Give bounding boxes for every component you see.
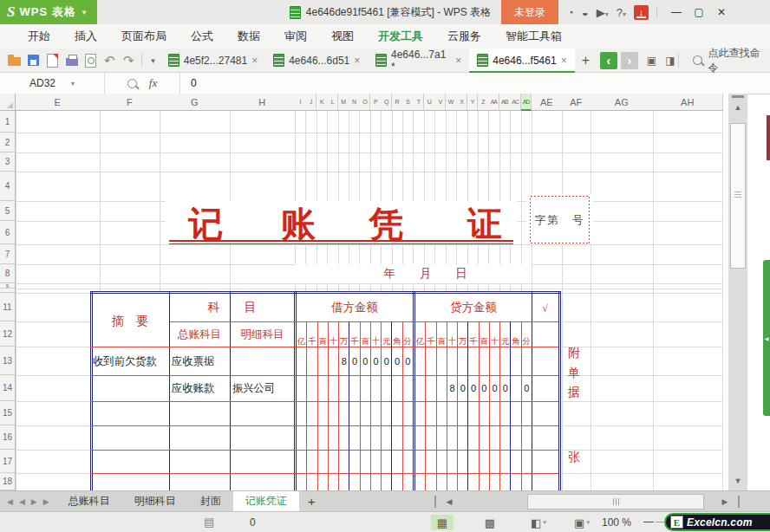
download-promo-icon[interactable]: ↓ — [634, 5, 649, 20]
column-header-G[interactable]: G — [160, 94, 231, 111]
column-header-P[interactable]: P — [370, 94, 382, 111]
menu-item-2[interactable]: 页面布局 — [109, 24, 179, 49]
split-view-button[interactable]: ◧▾ — [527, 515, 550, 530]
doc-tab-3[interactable]: 4e646...f5461× — [469, 49, 574, 73]
column-header-AA[interactable]: AA — [488, 94, 499, 111]
maximize-button[interactable]: ▢ — [688, 6, 710, 18]
column-header-AC[interactable]: AC — [510, 94, 521, 111]
sheet-tab-封面[interactable]: 封面 — [188, 491, 233, 511]
doc-tab-close-icon[interactable]: × — [354, 55, 360, 67]
row-header-11[interactable]: 11 — [0, 293, 16, 321]
column-header-H[interactable]: H — [230, 94, 296, 111]
open-button[interactable] — [5, 51, 24, 70]
close-button[interactable]: ✕ — [710, 6, 733, 18]
column-header-O[interactable]: O — [359, 94, 370, 111]
column-header-V[interactable]: V — [434, 94, 446, 111]
column-header-K[interactable]: K — [316, 94, 328, 111]
row-header-15[interactable]: 15 — [0, 401, 16, 425]
name-box[interactable]: AD32 ▾ — [0, 73, 104, 94]
column-header-AB[interactable]: AB — [499, 94, 511, 111]
row-header-16[interactable]: 16 — [0, 425, 16, 450]
print-preview-button[interactable] — [82, 51, 101, 70]
print-button[interactable] — [62, 51, 82, 70]
vertical-split-handle[interactable] — [732, 95, 744, 98]
scroll-up-button[interactable]: ▲ — [728, 100, 747, 115]
first-sheet-button[interactable]: ◀ — [7, 497, 13, 506]
column-header-Z[interactable]: Z — [478, 94, 489, 111]
doc-tab-2[interactable]: 4e646...7a1 *× — [368, 49, 469, 73]
export-pdf-button[interactable] — [43, 51, 62, 70]
scroll-left-button[interactable]: ◀ — [442, 491, 456, 512]
command-search[interactable]: 点此查找命令 — [693, 46, 770, 75]
row-header-18[interactable]: 18 — [0, 473, 16, 490]
column-header-T[interactable]: T — [413, 94, 424, 111]
normal-view-button[interactable]: ▦ — [431, 515, 454, 530]
toolbar-more-caret-icon[interactable]: ▾ — [151, 56, 155, 65]
new-document-tab-button[interactable]: + — [575, 53, 597, 68]
row-header-2[interactable]: 2 — [0, 133, 16, 152]
menu-item-8[interactable]: 云服务 — [435, 24, 493, 49]
menu-item-7[interactable]: 开发工具 — [366, 24, 435, 49]
menu-item-1[interactable]: 插入 — [62, 24, 109, 49]
row-header-6[interactable]: 6 — [0, 221, 16, 244]
horizontal-split-handle-2[interactable] — [737, 491, 740, 512]
collapsed-side-tab[interactable] — [767, 115, 770, 160]
menu-item-9[interactable]: 智能工具箱 — [493, 24, 574, 49]
doc-tab-1[interactable]: 4e646...6d51× — [265, 49, 368, 73]
tab-scroll-next-button[interactable]: › — [621, 52, 638, 69]
horizontal-scrollbar-thumb[interactable] — [527, 494, 704, 509]
column-header-N[interactable]: N — [349, 94, 360, 111]
column-header-E[interactable]: E — [16, 94, 101, 111]
column-header-F[interactable]: F — [100, 94, 160, 111]
logo-caret-icon[interactable]: ▾ — [82, 8, 87, 16]
menu-item-6[interactable]: 视图 — [319, 24, 366, 49]
insert-function-search-icon[interactable] — [127, 79, 137, 88]
row-header-3[interactable]: 3 — [0, 152, 16, 172]
last-sheet-button[interactable]: ▶ — [43, 497, 49, 506]
page-break-view-button[interactable]: ▩ — [479, 515, 501, 530]
row-header-7[interactable]: 7 — [0, 244, 16, 264]
task-pane-toggle[interactable]: ◀ — [763, 260, 770, 416]
export-share-icon[interactable]: ◨ — [665, 55, 675, 67]
help-icon[interactable]: ?▾ — [617, 6, 626, 19]
next-sheet-button[interactable]: ▶ — [31, 497, 37, 506]
name-box-caret-icon[interactable]: ▾ — [71, 80, 75, 88]
add-sheet-button[interactable]: + — [299, 491, 324, 511]
doc-tab-0[interactable]: 4e5f2...27481× — [160, 49, 265, 73]
minimize-button[interactable]: — — [665, 6, 688, 18]
prev-sheet-button[interactable]: ◀ — [19, 497, 25, 506]
tab-scroll-prev-button[interactable]: ‹ — [600, 52, 617, 69]
spreadsheet-grid[interactable]: EFGHIJKLMNOPQRSTUVWXYZAAABACADAEAFAGAH12… — [0, 94, 728, 490]
wps-logo[interactable]: S WPS 表格 ▾ — [0, 0, 97, 24]
share-icon[interactable]: ▶▾ — [597, 6, 609, 19]
column-header-U[interactable]: U — [424, 94, 435, 111]
column-header-M[interactable]: M — [338, 94, 349, 111]
doc-tab-close-icon[interactable]: × — [561, 55, 567, 67]
play-presentation-icon[interactable]: ▣ — [647, 55, 656, 67]
row-header-4[interactable]: 4 — [0, 172, 16, 201]
row-header-1[interactable]: 1 — [0, 111, 16, 133]
column-header-L[interactable]: L — [327, 94, 338, 111]
row-header-5[interactable]: 5 — [0, 201, 16, 221]
vertical-scrollbar[interactable]: ▲ ▼ — [728, 94, 747, 490]
menu-item-0[interactable]: 开始 — [16, 24, 62, 49]
tips-button[interactable]: ▣▾ — [571, 515, 593, 530]
menu-item-3[interactable]: 公式 — [179, 24, 225, 49]
row-header-12[interactable]: 12 — [0, 321, 16, 347]
zoom-out-button[interactable]: — — [643, 516, 654, 528]
row-header-13[interactable]: 13 — [0, 347, 16, 375]
doc-tab-close-icon[interactable]: × — [455, 55, 461, 67]
menu-item-4[interactable]: 数据 — [225, 24, 272, 49]
sheet-tab-明细科目[interactable]: 明细科目 — [122, 491, 188, 511]
theme-icon[interactable]: ◔ — [567, 6, 574, 19]
column-header-Q[interactable]: Q — [381, 94, 392, 111]
column-header-R[interactable]: R — [392, 94, 403, 111]
update-icon[interactable]: ◒ — [582, 6, 589, 19]
column-header-I[interactable]: I — [295, 94, 306, 111]
column-header-S[interactable]: S — [402, 94, 414, 111]
row-header-8[interactable]: 8 — [0, 264, 16, 283]
select-all-corner[interactable] — [0, 94, 16, 111]
sheet-tab-总账科目[interactable]: 总账科目 — [56, 491, 122, 511]
save-button[interactable] — [24, 51, 43, 70]
sheet-tab-记账凭证[interactable]: 记账凭证 — [233, 491, 299, 511]
